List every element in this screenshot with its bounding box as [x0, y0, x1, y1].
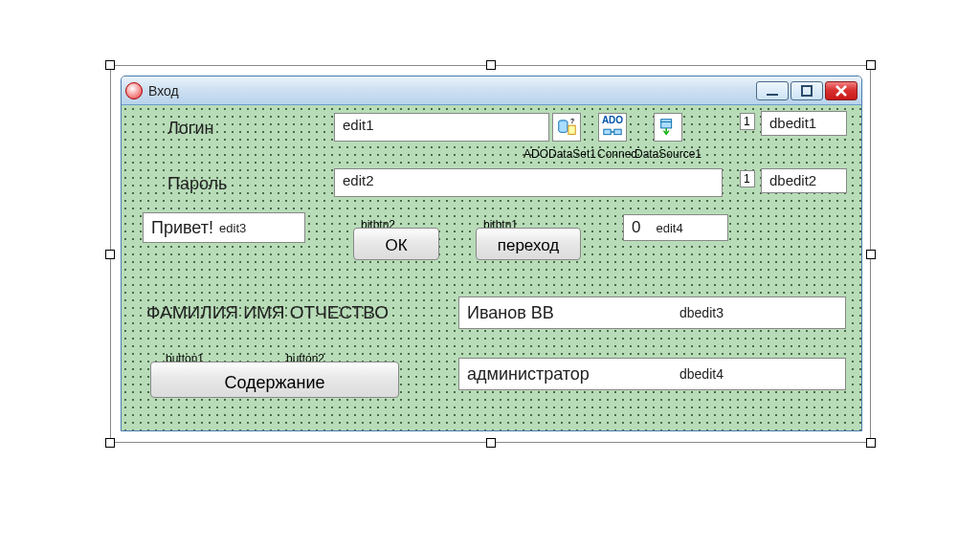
adoconnection-label: Connec [597, 147, 636, 161]
adodataset-component[interactable]: ? [552, 113, 581, 142]
resize-handle[interactable] [866, 250, 876, 259]
close-button[interactable] [825, 81, 858, 100]
greeting-box[interactable]: Привет! edit3 [143, 212, 305, 243]
adoconnection-component[interactable]: ADO [598, 113, 627, 142]
resize-handle[interactable] [486, 60, 496, 70]
dbedit1-field[interactable]: dbedit1 [761, 111, 847, 136]
dbedit4-field[interactable]: администратор dbedit4 [458, 358, 846, 390]
edit1-field[interactable]: edit1 [334, 113, 549, 142]
form-client-area: Логин edit1 ? ADO [122, 105, 861, 430]
edit4-field[interactable]: 0 edit4 [623, 214, 728, 241]
svg-text:?: ? [570, 117, 575, 125]
datasource-label: DataSource1 [635, 147, 702, 161]
resize-handle[interactable] [105, 438, 115, 448]
database-icon: ? [556, 117, 577, 138]
app-icon [125, 82, 143, 99]
content-button[interactable]: Содержание [150, 362, 399, 398]
edit1-value: edit1 [343, 117, 374, 133]
svg-rect-8 [614, 129, 621, 135]
login-label: Логин [167, 119, 213, 139]
password-label: Пароль [167, 174, 227, 194]
datasource-component[interactable] [654, 113, 682, 142]
dbedit2-field[interactable]: dbedit2 [761, 168, 847, 193]
close-icon [830, 79, 853, 102]
ok-button[interactable]: ОК [353, 228, 439, 260]
minimize-button[interactable] [756, 81, 789, 100]
titlebar[interactable]: Вход [122, 77, 861, 105]
goto-button[interactable]: переход [476, 228, 581, 260]
dbedit3-field[interactable]: Иванов ВВ dbedit3 [458, 296, 846, 329]
svg-rect-10 [661, 120, 672, 128]
svg-rect-1 [802, 86, 812, 96]
adodataset-label: ADODataSet1 [523, 147, 596, 161]
svg-rect-6 [568, 125, 575, 134]
fio-label: ФАМИЛИЯ ИМЯ ОТЧЕСТВО [146, 302, 389, 323]
window-title: Вход [148, 83, 179, 99]
resize-handle[interactable] [866, 60, 876, 70]
maximize-icon [795, 79, 818, 102]
dbedit2-num[interactable]: 1 [740, 170, 755, 187]
form-window: Вход Логин edit1 [121, 76, 862, 431]
resize-handle[interactable] [486, 438, 496, 448]
minimize-icon [761, 79, 784, 102]
resize-handle[interactable] [105, 60, 115, 70]
resize-handle[interactable] [866, 438, 876, 448]
svg-rect-7 [604, 129, 611, 135]
datasource-icon [657, 117, 679, 138]
maximize-button[interactable] [791, 81, 823, 100]
dbedit1-num[interactable]: 1 [740, 113, 755, 130]
design-canvas: Вход Логин edit1 [110, 65, 871, 443]
edit2-field[interactable]: edit2 [334, 168, 723, 197]
ado-label: ADO [602, 115, 623, 125]
resize-handle[interactable] [105, 250, 115, 259]
